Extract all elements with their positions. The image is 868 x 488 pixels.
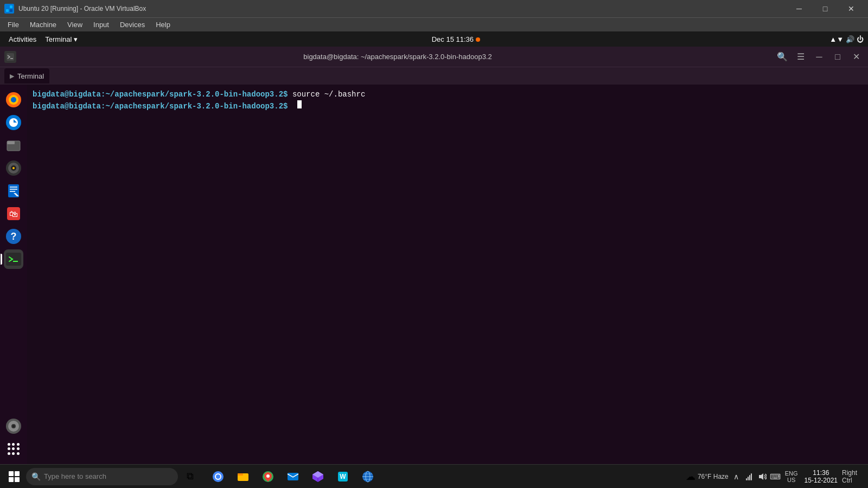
svg-rect-36 — [238, 473, 243, 476]
ubuntu-activities-button[interactable]: Activities — [4, 35, 41, 43]
terminal-window-title: bigdata@bigdata: ~/apachespark/spark-3.2… — [21, 53, 775, 61]
svg-rect-50 — [746, 478, 747, 480]
menu-input[interactable]: Input — [88, 18, 114, 32]
vbox-window-controls: ─ □ ✕ — [787, 0, 864, 17]
terminal-prompt-path-1: bigdata@bigdata:~/apachespark/spark-3.2.… — [33, 89, 288, 100]
terminal-close-button[interactable]: ✕ — [848, 51, 864, 63]
dock-icon-firefox[interactable] — [4, 90, 23, 110]
taskbar-volume-icon[interactable] — [757, 471, 768, 482]
ubuntu-topbar: Activities Terminal ▾ Dec 15 11:36 ▲▼ 🔊 … — [0, 31, 868, 47]
dock-icon-thunderbird[interactable] — [4, 113, 23, 132]
vbox-maximize-button[interactable]: □ — [813, 0, 838, 17]
taskbar-app-cube[interactable] — [306, 465, 330, 489]
taskbar-app-6[interactable]: W — [331, 465, 355, 489]
svg-rect-2 — [6, 9, 9, 12]
svg-text:?: ? — [11, 231, 17, 242]
ubuntu-dock: 🛍 ? — [0, 85, 27, 464]
svg-marker-54 — [759, 473, 763, 480]
terminal-tab-icon: ▶ — [10, 73, 14, 80]
vbox-minimize-button[interactable]: ─ — [787, 0, 812, 17]
taskbar-weather-icon: ☁ — [686, 471, 695, 483]
taskbar-start-button[interactable] — [2, 465, 26, 489]
ubuntu-power-icon: ⏻ — [857, 35, 864, 43]
ubuntu-systray: ▲▼ 🔊 ⏻ — [829, 35, 864, 43]
svg-rect-52 — [749, 475, 750, 480]
terminal-tabbar: ▶ Terminal — [0, 67, 868, 85]
svg-point-38 — [266, 474, 270, 478]
taskbar-app-chrome[interactable] — [206, 465, 230, 489]
vbox-close-button[interactable]: ✕ — [839, 0, 864, 17]
svg-rect-0 — [6, 5, 9, 8]
menu-file[interactable]: File — [2, 18, 24, 32]
svg-point-8 — [11, 97, 16, 102]
taskbar-date: 15-12-2021 — [805, 477, 838, 484]
taskbar-time: 11:36 — [813, 469, 829, 477]
vm-content: Activities Terminal ▾ Dec 15 11:36 ▲▼ 🔊 … — [0, 31, 868, 464]
taskbar-network-icon[interactable] — [744, 471, 755, 482]
dock-icon-terminal[interactable] — [4, 249, 23, 269]
menu-help[interactable]: Help — [150, 18, 176, 32]
taskbar-search-box[interactable]: 🔍 Type here to search — [26, 468, 178, 485]
terminal-menu-button[interactable]: ☰ — [793, 51, 808, 63]
terminal-minimize-button[interactable]: ─ — [812, 51, 827, 63]
taskbar-keyboard-icon[interactable]: ⌨ — [770, 471, 781, 482]
ubuntu-network-icon: ▲▼ — [829, 35, 844, 43]
terminal-window-icon — [4, 51, 16, 63]
taskbar-app-mail[interactable] — [281, 465, 305, 489]
terminal-command-1: source ~/.bashrc — [288, 89, 365, 100]
taskbar-search-icon: 🔍 — [31, 472, 41, 481]
taskbar-search-placeholder: Type here to search — [44, 472, 106, 480]
taskbar-language-region: US — [787, 477, 795, 483]
menu-machine[interactable]: Machine — [24, 18, 62, 32]
terminal-maximize-button[interactable]: □ — [830, 51, 845, 63]
taskbar-app-globe[interactable] — [356, 465, 380, 489]
vbox-titlebar: Ubuntu 20 [Running] - Oracle VM VirtualB… — [0, 0, 868, 17]
dock-icon-help[interactable]: ? — [4, 227, 23, 246]
svg-rect-3 — [10, 9, 12, 12]
terminal-search-button[interactable]: 🔍 — [775, 51, 790, 63]
dock-app-grid-button[interactable] — [4, 439, 23, 459]
grid-dots-icon — [8, 443, 20, 455]
svg-rect-39 — [288, 473, 298, 480]
taskbar-language-selector[interactable]: ENG US — [783, 470, 800, 483]
svg-text:W: W — [340, 473, 346, 480]
svg-rect-26 — [6, 253, 21, 266]
terminal-line-2: bigdata@bigdata:~/apachespark/spark-3.2.… — [33, 100, 863, 112]
terminal-tab[interactable]: ▶ Terminal — [4, 68, 49, 84]
windows-start-icon — [9, 471, 20, 482]
ubuntu-terminal-menu[interactable]: Terminal ▾ — [41, 35, 82, 43]
svg-rect-53 — [751, 473, 752, 480]
svg-rect-1 — [10, 5, 12, 8]
ubuntu-notification-dot — [476, 37, 480, 42]
terminal-body[interactable]: bigdata@bigdata:~/apachespark/spark-3.2.… — [27, 85, 868, 464]
svg-rect-19 — [10, 187, 17, 188]
terminal-line-1: bigdata@bigdata:~/apachespark/spark-3.2.… — [33, 89, 863, 100]
vbox-menubar: File Machine View Input Devices Help — [0, 17, 868, 31]
terminal-cursor — [297, 100, 302, 108]
taskbar-clock[interactable]: 11:36 15-12-2021 — [800, 469, 842, 484]
dock-icon-libreoffice-writer[interactable] — [4, 181, 23, 201]
taskbar-language-code: ENG — [785, 470, 798, 477]
dock-icon-optical[interactable] — [4, 416, 23, 436]
dock-icon-rhythmbox[interactable] — [4, 158, 23, 178]
svg-rect-51 — [748, 477, 749, 480]
taskbar-app-maps[interactable] — [256, 465, 280, 489]
taskbar-task-view-button[interactable]: ⧉ — [178, 465, 202, 489]
taskbar-notification-button[interactable]: Right Ctrl — [842, 465, 866, 489]
svg-point-31 — [12, 425, 15, 427]
virtualbox-window: Ubuntu 20 [Running] - Oracle VM VirtualB… — [0, 0, 868, 488]
taskbar-notification-text: Right Ctrl — [842, 469, 866, 484]
taskbar-pinned-apps: W — [206, 465, 380, 489]
vbox-icon — [4, 4, 14, 14]
svg-rect-12 — [7, 141, 15, 144]
terminal-dollar-2 — [290, 101, 294, 112]
taskbar-app-explorer[interactable] — [231, 465, 255, 489]
dock-icon-files[interactable] — [4, 136, 23, 155]
taskbar-systray-overflow[interactable]: ∧ — [731, 471, 742, 482]
menu-view[interactable]: View — [62, 18, 88, 32]
terminal-header: bigdata@bigdata: ~/apachespark/spark-3.2… — [0, 47, 868, 67]
menu-devices[interactable]: Devices — [114, 18, 150, 32]
dock-icon-software-center[interactable]: 🛍 — [4, 204, 23, 223]
taskbar-systray: ☁ 76°F Haze ∧ — [684, 471, 783, 483]
svg-point-34 — [216, 474, 220, 479]
